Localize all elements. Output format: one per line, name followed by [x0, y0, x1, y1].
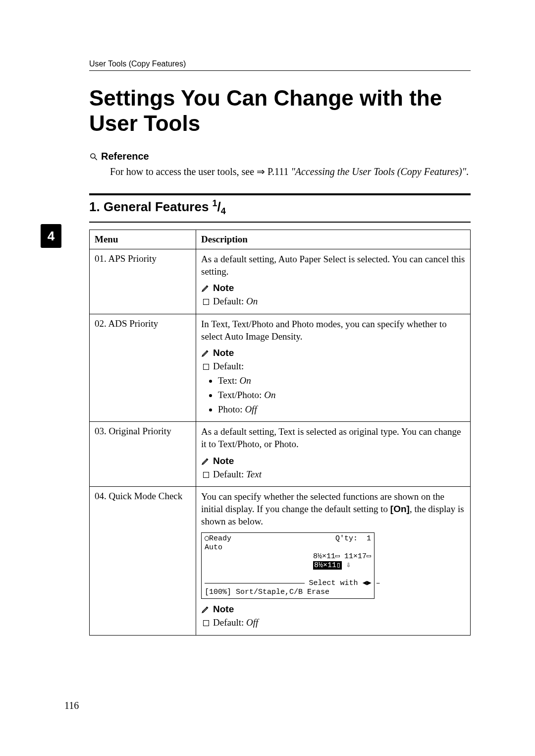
lcd-footer: [100%] Sort/Staple,C/B Erase: [205, 588, 371, 597]
desc-cell: You can specify whether the selected fun…: [196, 487, 471, 636]
pencil-icon: [201, 457, 210, 465]
lcd-tray: 8½×11▭ 11×17▭: [313, 552, 371, 561]
section-heading-bar: 1. General Features 1/4: [89, 193, 471, 223]
checkbox-icon: [203, 364, 209, 370]
list-item: Text: On: [218, 375, 465, 387]
lcd-select-hint: Select with ◀▶: [309, 579, 372, 587]
checkbox-icon: [203, 620, 209, 626]
checkbox-icon: [203, 472, 209, 478]
note-label: Note: [213, 348, 234, 358]
note-label: Note: [213, 604, 234, 615]
menu-cell: 02. ADS Priority: [90, 314, 196, 422]
th-menu: Menu: [90, 230, 196, 249]
running-header: User Tools (Copy Features): [89, 59, 471, 71]
desc-cell: In Text, Text/Photo and Photo modes, you…: [196, 314, 471, 422]
lcd-status: ◯Ready: [205, 534, 231, 543]
default-sublist: Text: On Text/Photo: On Photo: Off: [201, 375, 465, 415]
menu-cell: 03. Original Priority: [90, 422, 196, 487]
search-icon: [89, 152, 98, 161]
list-item: Photo: Off: [218, 404, 465, 416]
chapter-tab: 4: [41, 224, 61, 248]
desc-text: As a default setting, Text is selected a…: [201, 426, 465, 450]
svg-point-0: [91, 154, 95, 158]
lcd-auto: Auto: [205, 543, 222, 579]
note-item: Default:: [201, 360, 465, 373]
reference-body: For how to access the user tools, see ⇒ …: [89, 165, 471, 178]
note-item: Default: Text: [201, 468, 465, 481]
desc-text: As a default setting, Auto Paper Select …: [201, 253, 465, 278]
desc-text: You can specify whether the selected fun…: [201, 491, 465, 527]
lcd-rule-tail: –: [376, 579, 380, 587]
list-item: Text/Photo: On: [218, 389, 465, 402]
note-item: Default: Off: [201, 617, 465, 629]
pencil-icon: [201, 349, 210, 357]
table-row: 04. Quick Mode Check You can specify whe…: [90, 487, 471, 636]
features-table: Menu Description 01. APS Priority As a d…: [89, 230, 471, 636]
pencil-icon: [201, 605, 210, 614]
note-label: Note: [213, 283, 234, 293]
lcd-rule: [205, 583, 305, 583]
desc-cell: As a default setting, Text is selected a…: [196, 422, 471, 487]
checkbox-icon: [203, 299, 209, 305]
menu-cell: 01. APS Priority: [90, 249, 196, 314]
reference-heading: Reference: [101, 151, 149, 162]
reference-block: Reference For how to access the user too…: [89, 151, 471, 178]
th-description: Description: [196, 230, 471, 249]
desc-text: In Text, Text/Photo and Photo modes, you…: [201, 318, 465, 343]
pencil-icon: [201, 284, 210, 292]
table-row: 02. ADS Priority In Text, Text/Photo and…: [90, 314, 471, 422]
note-label: Note: [213, 456, 234, 466]
desc-cell: As a default setting, Auto Paper Select …: [196, 249, 471, 314]
table-row: 01. APS Priority As a default setting, A…: [90, 249, 471, 314]
page-title: Settings You Can Change with the User To…: [89, 86, 471, 136]
lcd-qty: Q'ty: 1: [335, 534, 371, 543]
svg-line-1: [95, 158, 97, 160]
page-number: 116: [64, 700, 79, 711]
lcd-preview: ◯Ready Q'ty: 1 Auto 8½×11▭ 11×17▭ 8½×11▯…: [201, 532, 374, 599]
lcd-tray-selected: 8½×11▯: [313, 561, 342, 570]
table-row: 03. Original Priority As a default setti…: [90, 422, 471, 487]
section-title: 1. General Features 1/4: [89, 199, 226, 214]
note-item: Default: On: [201, 295, 465, 308]
menu-cell: 04. Quick Mode Check: [90, 487, 196, 636]
lcd-bypass-icon: ⇩: [342, 561, 351, 570]
